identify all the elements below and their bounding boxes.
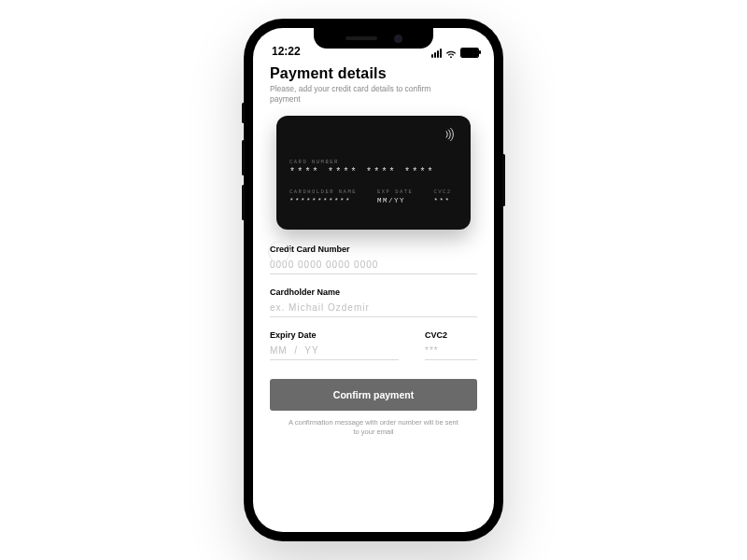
card-number-input[interactable] <box>270 254 477 274</box>
page-title: Payment details <box>270 65 477 82</box>
card-number-value: **** **** **** **** <box>289 167 458 177</box>
notch <box>314 28 433 49</box>
status-icons <box>431 48 479 58</box>
wifi-icon <box>445 49 457 57</box>
confirmation-footnote: A confirmation message with order number… <box>285 418 462 437</box>
card-exp-label: EXP DATE <box>377 189 413 195</box>
card-number-field-label: Credit Card Number <box>270 245 477 254</box>
card-preview: CARD NUMBER **** **** **** **** CARDHOLD… <box>276 116 471 230</box>
cvc-field-label: CVC2 <box>425 330 477 340</box>
payment-screen: Payment details Please, add your credit … <box>253 60 494 437</box>
cvc-input[interactable] <box>425 340 477 360</box>
card-exp-value: MM/YY <box>377 197 413 204</box>
cardholder-field-label: Cardholder Name <box>270 287 477 297</box>
battery-icon <box>460 48 479 58</box>
cellular-icon <box>431 49 442 58</box>
card-number-label: CARD NUMBER <box>289 159 458 165</box>
mute-switch <box>242 103 245 123</box>
volume-up <box>242 140 245 175</box>
front-camera-icon <box>394 35 402 43</box>
contactless-icon <box>443 127 458 147</box>
card-cvc-value: *** <box>433 197 451 204</box>
power-button <box>502 154 505 206</box>
confirm-payment-button[interactable]: Confirm payment <box>270 379 477 411</box>
payment-form: Credit Card Number Cardholder Name Expir… <box>270 245 477 437</box>
status-time: 12:22 <box>272 45 301 58</box>
volume-down <box>242 185 245 220</box>
card-holder-value: *********** <box>289 197 357 204</box>
expiry-field-label: Expiry Date <box>270 330 399 340</box>
screen: 12:22 Payment details Please, add your c… <box>253 28 494 532</box>
speaker-icon <box>345 36 377 40</box>
focus-ring-icon <box>268 241 290 263</box>
card-holder-label: CARDHOLDER NAME <box>289 189 357 195</box>
expiry-input[interactable] <box>270 340 399 360</box>
phone-frame: 12:22 Payment details Please, add your c… <box>244 19 503 541</box>
card-cvc-label: CVC2 <box>433 189 451 195</box>
cardholder-input[interactable] <box>270 297 477 317</box>
page-subtitle: Please, add your credit card details to … <box>270 84 447 105</box>
